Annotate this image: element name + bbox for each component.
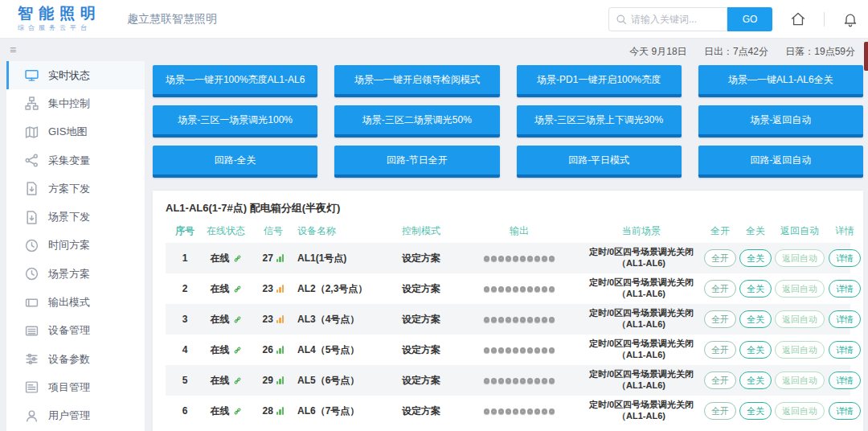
signal-value: 28	[263, 405, 273, 417]
signal-bars-icon	[276, 346, 285, 354]
all-on-button[interactable]: 全开	[704, 402, 736, 420]
search-icon	[616, 14, 627, 25]
all-on-button[interactable]: 全开	[704, 310, 736, 328]
sidebar-item-scene-dispatch[interactable]: 场景下发	[6, 203, 145, 231]
all-on-button[interactable]: 全开	[704, 249, 736, 267]
all-off-button[interactable]: 全关	[739, 310, 772, 328]
circuit-button[interactable]: 回路-节日全开	[334, 146, 499, 178]
map-icon	[25, 125, 39, 139]
col-device: 设备名称	[294, 224, 384, 238]
online-status: 在线	[211, 343, 230, 357]
output-indicators	[458, 408, 580, 414]
current-scene: 定时/0区四号场景调光关闭（AL1-AL6)	[580, 339, 702, 361]
current-scene: 定时/0区四号场景调光关闭（AL1-AL6)	[580, 400, 702, 422]
detail-button[interactable]: 详情	[829, 341, 861, 359]
sidebar-item-device-management[interactable]: 设备管理	[6, 317, 145, 345]
logo-subtitle: 综合服务云平台	[18, 23, 101, 32]
home-icon[interactable]	[790, 11, 806, 27]
list-icon	[25, 380, 39, 394]
circuit-button[interactable]: 回路-平日模式	[517, 146, 682, 178]
notification-bell-icon[interactable]	[842, 11, 858, 27]
detail-button[interactable]: 详情	[829, 310, 861, 328]
detail-button[interactable]: 详情	[829, 249, 861, 267]
col-auto: 返回自动	[773, 224, 826, 238]
circuit-button[interactable]: 回路-全关	[153, 146, 317, 178]
table-row: 4 在线 26 AL4（5号点） 设定方案 定时/0区四号场景调光关闭（AL1-…	[166, 335, 850, 365]
return-auto-button[interactable]: 返回自动	[775, 280, 825, 298]
all-on-button[interactable]: 全开	[704, 371, 736, 389]
table-row: 5 在线 29 AL5（6号点） 设定方案 定时/0区四号场景调光关闭（AL1-…	[166, 365, 850, 396]
signal-value: 23	[263, 314, 273, 325]
col-output: 输出	[458, 224, 580, 238]
search-go-button[interactable]: GO	[727, 7, 772, 31]
signal-bars-icon	[276, 376, 285, 384]
sidebar-item-output-mode[interactable]: 输出模式	[6, 288, 145, 316]
control-mode: 设定方案	[384, 313, 458, 326]
scene-button[interactable]: 场景—一键AL1-AL6全关	[698, 65, 863, 97]
current-scene: 定时/0区四号场景调光关闭（AL1-AL6)	[580, 277, 702, 300]
sidebar-item-user-management[interactable]: 用户管理	[6, 402, 145, 430]
sidebar-collapse-icon[interactable]: ≡	[10, 43, 16, 56]
sidebar-item-device-parameters[interactable]: 设备参数	[6, 345, 145, 373]
scene-button[interactable]: 场景—一键开100%亮度AL1-AL6	[153, 65, 317, 97]
sidebar-item-time-plan[interactable]: 时间方案	[6, 232, 145, 260]
sliders-icon	[25, 352, 39, 366]
return-auto-button[interactable]: 返回自动	[775, 402, 825, 420]
sidebar: 实时状态 集中控制 GIS地图 采集变量 方案下发 场景下发	[6, 61, 145, 431]
sidebar-item-collect-variables[interactable]: 采集变量	[6, 146, 145, 174]
top-header: 智能照明 综合服务云平台 趣立慧联智慧照明 GO	[0, 0, 868, 39]
scene-button[interactable]: 场景-PD1一键开启100%亮度	[517, 65, 682, 97]
table-header: 序号 在线状态 信号 设备名称 控制模式 输出 当前场景 全开 全关 返回自动 …	[166, 219, 850, 243]
all-off-button[interactable]: 全关	[739, 371, 772, 389]
search-box[interactable]	[608, 7, 727, 31]
detail-button[interactable]: 详情	[829, 402, 861, 420]
return-auto-button[interactable]: 返回自动	[775, 371, 825, 389]
sidebar-item-realtime-status[interactable]: 实时状态	[6, 61, 145, 89]
circuit-button[interactable]: 回路-返回自动	[698, 146, 863, 178]
sidebar-item-project-management[interactable]: 项目管理	[6, 373, 145, 401]
control-mode: 设定方案	[384, 374, 458, 388]
scene-button[interactable]: 场景—一键开启领导检阅模式	[334, 65, 499, 97]
link-icon	[233, 285, 242, 293]
scene-button[interactable]: 场景-三区三场景上下调光30%	[517, 105, 682, 138]
sidebar-item-gis-map[interactable]: GIS地图	[6, 118, 145, 146]
detail-button[interactable]: 详情	[829, 280, 861, 298]
scene-button[interactable]: 场景-三区二场景调光50%	[334, 105, 499, 138]
current-scene: 定时/0区四号场景调光关闭（AL1-AL6)	[580, 308, 702, 330]
return-auto-button[interactable]: 返回自动	[775, 249, 825, 267]
online-status: 在线	[211, 282, 230, 296]
tag-icon	[25, 296, 39, 310]
detail-button[interactable]: 详情	[829, 371, 861, 389]
device-name: AL4（5号点）	[294, 343, 384, 357]
panel-title: AL1-AL6(1-7#点) 配电箱分组(半夜灯)	[166, 201, 850, 216]
sidebar-item-central-control[interactable]: 集中控制	[6, 89, 145, 117]
file-download-icon	[25, 211, 39, 224]
return-auto-button[interactable]: 返回自动	[775, 310, 825, 328]
logo: 智能照明 综合服务云平台	[18, 6, 101, 32]
all-off-button[interactable]: 全关	[739, 402, 772, 420]
return-auto-button[interactable]: 返回自动	[775, 341, 825, 359]
table-row: 6 在线 28 AL6（7号点） 设定方案 定时/0区四号场景调光关闭（AL1-…	[166, 396, 850, 426]
table-row: 3 在线 23 AL3（4号点） 设定方案 定时/0区四号场景调光关闭（AL1-…	[166, 304, 850, 335]
search-input[interactable]	[631, 14, 719, 25]
share-nodes-icon	[25, 154, 39, 167]
sidebar-item-plan-dispatch[interactable]: 方案下发	[6, 174, 145, 203]
output-indicators	[458, 286, 580, 292]
col-scene: 当前场景	[580, 225, 702, 237]
all-off-button[interactable]: 全关	[739, 249, 772, 267]
signal-value: 29	[263, 375, 273, 386]
online-status: 在线	[211, 252, 230, 265]
user-icon	[25, 409, 39, 423]
signal-value: 26	[263, 344, 273, 355]
scene-button[interactable]: 场景-返回自动	[698, 105, 863, 138]
app-title: 趣立慧联智慧照明	[127, 12, 217, 27]
all-off-button[interactable]: 全关	[739, 280, 772, 298]
scene-button[interactable]: 场景-三区一场景调光100%	[153, 105, 317, 138]
all-on-button[interactable]: 全开	[704, 280, 736, 298]
all-off-button[interactable]: 全关	[739, 341, 772, 359]
edge-widget[interactable]	[864, 42, 868, 71]
sidebar-item-scene-plan[interactable]: 场景方案	[6, 260, 145, 288]
all-on-button[interactable]: 全开	[704, 341, 736, 359]
grid-icon	[25, 324, 39, 338]
output-indicators	[458, 317, 580, 322]
